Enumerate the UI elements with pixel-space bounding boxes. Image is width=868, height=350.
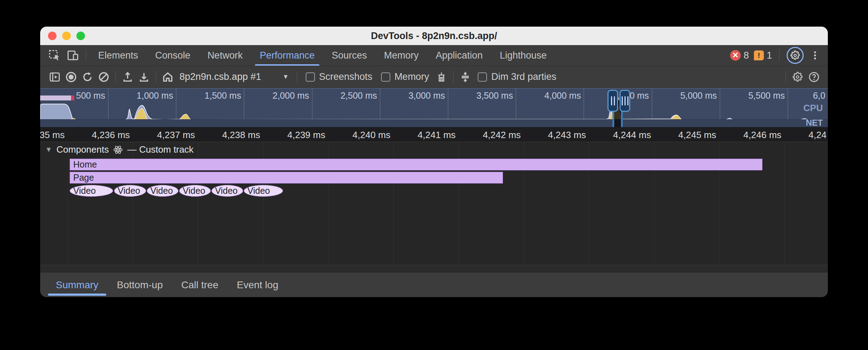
memory-checkbox[interactable]: Memory — [381, 71, 429, 82]
timing-bar-video[interactable]: Video — [70, 185, 113, 197]
zoom-handle-left[interactable] — [607, 90, 618, 112]
handle-grip — [625, 96, 626, 105]
record-button[interactable] — [63, 69, 79, 85]
timing-bar-home[interactable]: Home — [70, 159, 762, 170]
tab-sources[interactable]: Sources — [323, 45, 375, 66]
error-badge[interactable]: ✕ 8 — [730, 50, 749, 61]
dim-3rd-parties-checkbox[interactable]: Dim 3rd parties — [478, 71, 556, 82]
kebab-menu-icon — [810, 50, 820, 61]
memory-label: Memory — [395, 71, 429, 82]
minimap-tick — [720, 88, 720, 119]
minimap-tick — [244, 88, 244, 119]
minimap-tick — [448, 88, 448, 119]
reload-and-record-button[interactable] — [79, 69, 96, 85]
cpu-label: CPU — [803, 103, 823, 114]
minimap-tick-label: 5,000 ms — [664, 91, 717, 101]
timing-bar-video[interactable]: Video — [211, 185, 243, 197]
device-toolbar-button[interactable] — [64, 45, 82, 66]
minimap-tick-label: 2,000 ms — [256, 91, 309, 101]
device-toolbar-icon — [66, 49, 79, 62]
minimap-tick-label: 5,500 ms — [732, 91, 785, 101]
minimap-tick-label: 4,000 ms — [527, 91, 581, 101]
tab-call-tree[interactable]: Call tree — [172, 273, 227, 297]
close-button[interactable] — [48, 32, 57, 40]
tab-memory[interactable]: Memory — [375, 45, 427, 66]
zoom-handle-right[interactable] — [620, 90, 630, 112]
titlebar: DevTools - 8p2n9n.csb.app/ — [40, 27, 828, 45]
home-button[interactable] — [160, 69, 176, 85]
devtools-window: DevTools - 8p2n9n.csb.app/ ElementsConso… — [40, 27, 828, 297]
tab-elements[interactable]: Elements — [90, 45, 147, 66]
tab-bottom-up[interactable]: Bottom-up — [108, 273, 172, 297]
tab-console[interactable]: Console — [147, 45, 199, 66]
warning-badge[interactable]: ! 1 — [754, 50, 772, 61]
minimap-tick — [380, 88, 380, 119]
ruler-label: 4,24 — [809, 130, 828, 141]
zoom-button[interactable] — [76, 32, 85, 40]
save-profile-button[interactable] — [136, 69, 152, 85]
trash-icon — [435, 71, 448, 83]
timing-bar-video[interactable]: Video — [147, 185, 178, 197]
minimap-tick-label: 3,500 ms — [460, 91, 513, 101]
tab-summary[interactable]: Summary — [47, 273, 108, 297]
disclosure-triangle-icon[interactable]: ▼ — [45, 146, 52, 154]
timing-bar-video[interactable]: Video — [179, 185, 211, 197]
collect-garbage-button[interactable] — [433, 69, 450, 85]
timeline-overview[interactable]: 500 ms1,000 ms1,500 ms2,000 ms2,500 ms3,… — [40, 88, 828, 127]
inspect-element-button[interactable] — [45, 45, 64, 66]
help-button[interactable] — [806, 69, 822, 85]
ruler-label: 35 ms — [40, 130, 65, 141]
clear-icon — [98, 71, 110, 83]
react-atom-icon — [113, 145, 123, 155]
screenshots-checkbox[interactable]: Screenshots — [306, 71, 373, 82]
performance-toolbar: 8p2n9n.csb.app #1 ▼ Screenshots Memory — [40, 66, 828, 88]
tab-network[interactable]: Network — [199, 45, 251, 66]
panel-tabs: ElementsConsoleNetworkPerformanceSources… — [90, 45, 555, 66]
ruler-label: 4,240 ms — [337, 130, 391, 141]
screenshots-label: Screenshots — [319, 71, 373, 82]
net-label: NET — [806, 118, 823, 127]
track-subtitle: — Custom track — [127, 144, 193, 155]
tab-event-log[interactable]: Event log — [227, 273, 288, 297]
collapse-tracks-button[interactable] — [457, 69, 473, 85]
more-options-button[interactable] — [809, 50, 821, 61]
ruler-label: 4,236 ms — [76, 130, 130, 141]
custom-track-header[interactable]: ▼ Components — Custom track — [45, 144, 194, 155]
target-selector[interactable]: 8p2n9n.csb.app #1 ▼ — [180, 71, 289, 82]
flame-chart-area[interactable]: ▼ Components — Custom track HomePageVide… — [40, 142, 828, 273]
handle-grip — [627, 96, 628, 105]
tab-performance[interactable]: Performance — [251, 45, 323, 66]
minimap-tick — [312, 88, 312, 119]
timing-bar-video[interactable]: Video — [244, 185, 283, 197]
checkbox-icon — [478, 72, 487, 82]
divider — [116, 71, 116, 83]
reload-icon — [81, 71, 93, 83]
settings-button[interactable] — [787, 47, 804, 64]
minimize-button[interactable] — [62, 32, 71, 40]
timing-bar-video[interactable]: Video — [114, 185, 146, 197]
minimap-tick-label: 6,0 — [813, 91, 828, 101]
minimap-tick-label: 3,000 ms — [392, 91, 445, 101]
toggle-sidebar-button[interactable] — [47, 69, 63, 85]
ruler-label: 4,238 ms — [207, 130, 260, 141]
target-label: 8p2n9n.csb.app #1 — [180, 71, 261, 82]
capture-settings-button[interactable] — [789, 69, 806, 85]
timing-bar-page[interactable]: Page — [70, 172, 503, 184]
minimap-tick-label: 1,500 ms — [188, 91, 241, 101]
handle-grip — [614, 96, 615, 105]
checkbox-icon — [381, 72, 390, 82]
divider — [453, 71, 454, 83]
clear-button[interactable] — [96, 69, 112, 85]
warning-icon: ! — [754, 50, 764, 60]
timeline-ruler: 35 ms4,236 ms4,237 ms4,238 ms4,239 ms4,2… — [40, 127, 828, 142]
ruler-label: 4,245 ms — [663, 130, 716, 141]
tab-lighthouse[interactable]: Lighthouse — [491, 45, 555, 66]
tab-application[interactable]: Application — [427, 45, 491, 66]
ruler-label: 4,239 ms — [272, 130, 325, 141]
minimap-tick — [108, 88, 108, 119]
minimap-tick — [176, 88, 176, 119]
gridline — [68, 142, 68, 273]
divider — [779, 49, 779, 61]
load-profile-button[interactable] — [119, 69, 136, 85]
tabbar-right-cluster: ✕ 8 ! 1 — [730, 45, 828, 66]
